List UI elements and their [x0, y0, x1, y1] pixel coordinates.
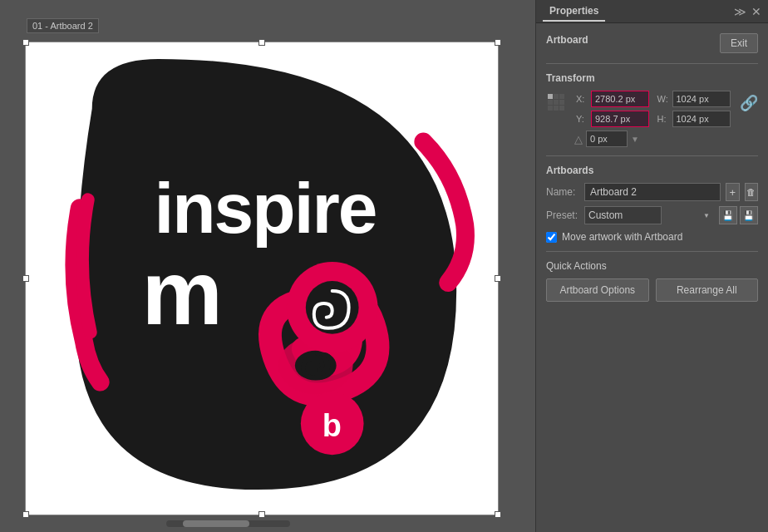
close-icon[interactable]: ✕ — [751, 5, 761, 18]
preset-field-label: Preset: — [546, 209, 579, 221]
svg-rect-11 — [559, 94, 564, 99]
quick-actions-label: Quick Actions — [546, 260, 758, 272]
svg-text:b: b — [322, 408, 342, 443]
svg-rect-13 — [554, 100, 559, 105]
preset-row: Preset: Custom Letter A4 1024 x 1024 💾 💾 — [546, 206, 758, 224]
handle-ml[interactable] — [22, 275, 29, 282]
move-artwork-checkbox[interactable] — [546, 232, 557, 243]
svg-rect-10 — [554, 94, 559, 99]
rotation-icon: △ — [574, 133, 583, 145]
divider-2 — [546, 155, 758, 156]
properties-tab[interactable]: Properties — [543, 2, 605, 22]
right-panel: Properties ≫ ✕ Artboard Exit Transform — [535, 0, 768, 532]
name-row: Name: + 🗑 — [546, 183, 758, 201]
artboard-section-label: Artboard — [546, 34, 588, 46]
svg-rect-9 — [548, 94, 553, 99]
y-field-group: Y: — [576, 111, 654, 127]
handle-tc[interactable] — [258, 39, 265, 46]
svg-rect-17 — [559, 106, 564, 111]
preset-select[interactable]: Custom Letter A4 1024 x 1024 — [584, 206, 662, 224]
artboard-header: Artboard Exit — [546, 33, 758, 53]
transform-grid: X: W: Y: H: — [546, 91, 758, 127]
panel-top-bar: Properties ≫ ✕ — [536, 0, 768, 23]
move-artwork-label[interactable]: Move artwork with Artboard — [562, 231, 682, 243]
transform-label: Transform — [546, 72, 758, 84]
svg-text:m: m — [142, 242, 219, 343]
artboard-container[interactable]: inspire m b — [25, 42, 499, 515]
save-preset-button[interactable]: 💾 — [719, 206, 737, 224]
handle-tr[interactable] — [495, 39, 501, 46]
artboard-name-input[interactable] — [584, 183, 721, 201]
divider-1 — [546, 63, 758, 64]
handle-bl[interactable] — [22, 511, 29, 518]
svg-text:inspire: inspire — [154, 168, 376, 248]
h-field-group: H: — [657, 111, 736, 127]
x-input[interactable] — [591, 91, 649, 107]
w-field-group: W: — [657, 91, 736, 107]
h-input[interactable] — [672, 111, 731, 127]
collapse-icon[interactable]: ≫ — [734, 5, 746, 18]
panel-content: Artboard Exit Transform — [536, 23, 768, 532]
handle-tl[interactable] — [22, 39, 29, 46]
name-field-label: Name: — [546, 186, 579, 198]
preset-select-wrapper: Custom Letter A4 1024 x 1024 — [584, 206, 714, 224]
w-input[interactable] — [672, 91, 731, 107]
handle-mr[interactable] — [495, 275, 501, 282]
artboard-options-button[interactable]: Artboard Options — [546, 278, 649, 302]
rotation-dropdown-icon[interactable]: ▼ — [631, 135, 639, 144]
svg-rect-15 — [548, 106, 553, 111]
h-label: H: — [657, 114, 669, 124]
transform-section: Transform — [546, 72, 758, 147]
rotation-input[interactable] — [586, 131, 628, 147]
delete-preset-button[interactable]: 💾 — [740, 206, 758, 224]
quick-actions-section: Quick Actions Artboard Options Rearrange… — [546, 260, 758, 302]
divider-3 — [546, 251, 758, 252]
canvas-area: 01 - Artboard 2 inspire m — [0, 0, 535, 532]
artboards-label: Artboards — [546, 165, 758, 176]
y-label: Y: — [576, 114, 588, 124]
svg-rect-12 — [548, 100, 553, 105]
svg-rect-14 — [559, 100, 564, 105]
exit-button[interactable]: Exit — [720, 33, 758, 53]
delete-artboard-button[interactable]: 🗑 — [745, 183, 759, 201]
artboard-label: 01 - Artboard 2 — [27, 18, 99, 33]
rotation-row: △ ▼ — [546, 131, 758, 147]
logo-artwork: inspire m b — [26, 42, 498, 515]
y-input[interactable] — [591, 111, 649, 127]
transform-reference-icon[interactable] — [546, 92, 571, 112]
svg-rect-16 — [554, 106, 559, 111]
artboards-section: Artboards Name: + 🗑 Preset: Custom Lette… — [546, 165, 758, 243]
move-artwork-row: Move artwork with Artboard — [546, 231, 758, 243]
add-artboard-button[interactable]: + — [726, 183, 740, 201]
action-buttons-row: Artboard Options Rearrange All — [546, 278, 758, 302]
rearrange-all-button[interactable]: Rearrange All — [656, 278, 759, 302]
save-icons: 💾 💾 — [719, 206, 758, 224]
handle-br[interactable] — [495, 511, 501, 518]
lock-aspect-icon[interactable]: 🔗 — [740, 94, 758, 112]
x-field-group: X: — [576, 91, 654, 107]
handle-bc[interactable] — [258, 511, 265, 518]
panel-icons: ≫ ✕ — [734, 5, 761, 18]
transform-fields: X: W: Y: H: — [576, 91, 735, 127]
w-label: W: — [657, 94, 669, 104]
x-label: X: — [576, 94, 588, 104]
